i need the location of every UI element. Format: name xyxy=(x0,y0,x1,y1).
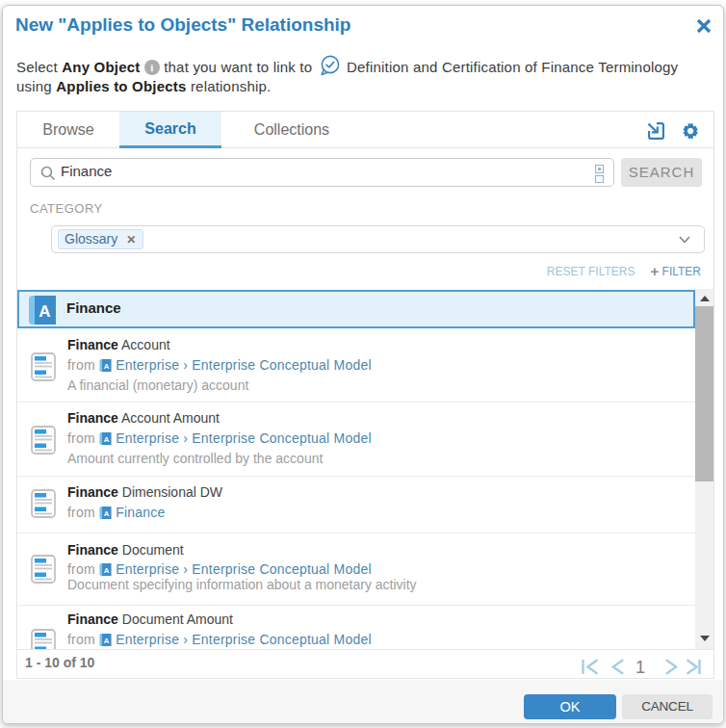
svg-text:A: A xyxy=(104,509,110,518)
svg-text:A: A xyxy=(104,566,110,575)
svg-text:A: A xyxy=(104,435,110,444)
svg-text:A: A xyxy=(104,362,110,371)
svg-text:A: A xyxy=(39,302,50,321)
svg-text:A: A xyxy=(104,637,110,645)
